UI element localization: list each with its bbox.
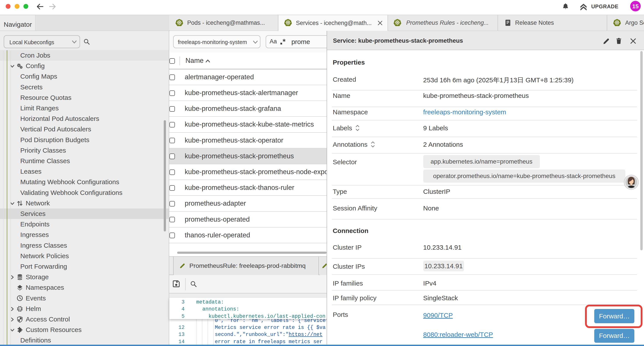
svg-text:HELM: HELM xyxy=(18,308,22,310)
